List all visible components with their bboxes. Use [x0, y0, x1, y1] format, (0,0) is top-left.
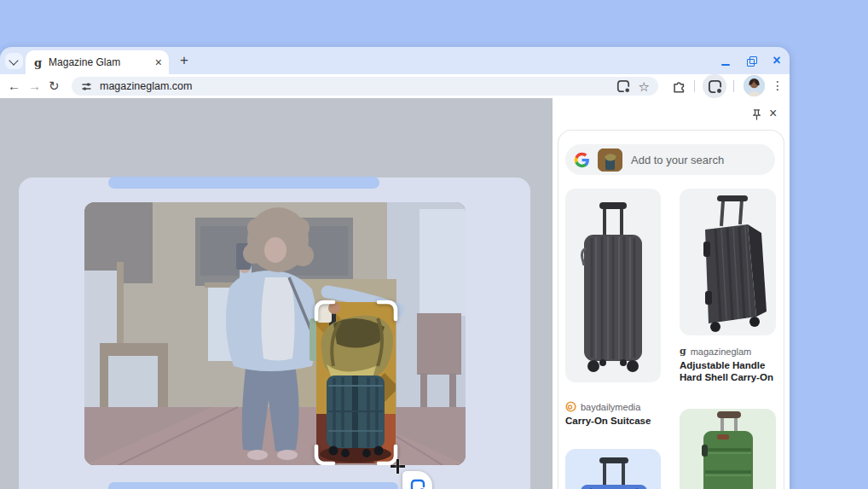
lens-icon [708, 79, 722, 94]
site-favicon-icon: g [680, 346, 686, 357]
window-restore-button[interactable] [745, 55, 757, 67]
baydailymedia-favicon-icon [565, 401, 576, 412]
forward-button[interactable]: → [28, 79, 41, 92]
lens-icon [410, 479, 425, 489]
page-placeholder-bar [108, 177, 379, 189]
url-text: magazineglam.com [100, 80, 616, 92]
tab-magazine-glam[interactable]: g Magazine Glam × [26, 50, 169, 74]
tab-search-button[interactable] [5, 53, 23, 69]
address-bar[interactable]: magazineglam.com ☆ [72, 77, 658, 96]
browser-window: g Magazine Glam × + × ← → ↻ magazineglam… [0, 47, 790, 489]
google-logo-icon [574, 152, 590, 168]
pin-panel-icon[interactable] [750, 108, 763, 121]
search-placeholder: Add to your search [631, 154, 724, 166]
product-image-adjustable-handle[interactable] [680, 189, 776, 335]
toolbar-divider [694, 80, 695, 92]
site-settings-icon[interactable] [80, 80, 93, 93]
reload-button[interactable]: ↻ [49, 79, 60, 92]
tab-strip: g Magazine Glam × + × [0, 47, 790, 74]
minimize-icon [721, 64, 730, 66]
page-placeholder-bar [108, 482, 398, 489]
window-minimize-button[interactable] [720, 55, 732, 67]
tab-close-icon[interactable]: × [155, 56, 162, 68]
toolbar-divider [733, 80, 734, 92]
browser-menu-icon[interactable]: ⋮ [772, 79, 784, 92]
search-region-thumbnail[interactable] [598, 148, 622, 172]
lens-search-bar[interactable]: Add to your search [565, 144, 775, 175]
article-photo[interactable] [84, 202, 466, 465]
new-tab-button[interactable]: + [175, 51, 194, 70]
product-source[interactable]: g magazineglam [680, 346, 751, 357]
profile-avatar[interactable] [744, 75, 765, 96]
close-panel-icon[interactable]: × [769, 108, 777, 119]
extensions-icon[interactable] [671, 79, 686, 94]
tab-title: Magazine Glam [49, 56, 155, 68]
product-title[interactable]: Carry-On Suitcase [565, 415, 661, 427]
lens-search-icon[interactable] [616, 79, 630, 93]
avatar-image [744, 75, 765, 96]
back-button[interactable]: ← [8, 79, 20, 92]
lens-toolbar-button[interactable] [703, 74, 726, 98]
browser-toolbar: ← → ↻ magazineglam.com ☆ [0, 74, 790, 99]
product-source[interactable]: baydailymedia [565, 401, 640, 412]
site-favicon-icon: g [34, 56, 42, 69]
chevron-down-icon [9, 55, 18, 65]
product-image-blue-suitcase[interactable] [565, 449, 661, 489]
bookmark-star-icon[interactable]: ☆ [639, 80, 650, 93]
window-close-button[interactable]: × [771, 55, 783, 67]
product-image-green-suitcase[interactable] [680, 409, 776, 489]
restore-icon-back [749, 56, 757, 64]
lens-results-panel: × Add to your search [553, 98, 790, 489]
webpage-lens-overlay [0, 98, 553, 489]
product-image-carry-on-suitcase[interactable] [565, 189, 661, 382]
product-source-name: magazineglam [691, 346, 752, 357]
lens-results-card: Add to your search [558, 130, 784, 489]
product-title[interactable]: Adjustable Handle Hard Shell Carry-On [680, 359, 776, 383]
product-source-name: baydailymedia [581, 402, 640, 412]
